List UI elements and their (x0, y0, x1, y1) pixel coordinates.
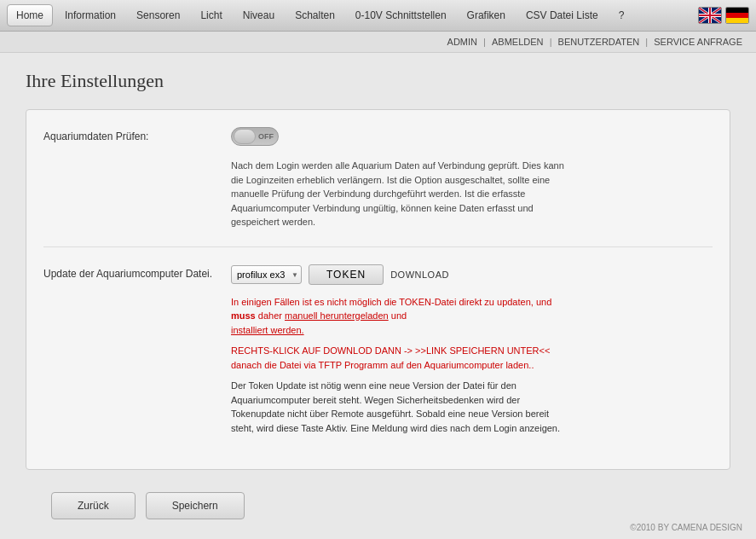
token-button[interactable]: TOKEN (309, 264, 384, 285)
back-button[interactable]: Zurück (51, 492, 136, 519)
separator3: | (645, 37, 650, 47)
warning-underline2: installiert werden. (231, 325, 304, 335)
nav-item-sensoren[interactable]: Sensoren (128, 5, 188, 26)
main-content: Ihre Einstellungen Aquariumdaten Prüfen:… (0, 53, 756, 539)
toggle-knob (234, 129, 256, 144)
nav-item-grafiken[interactable]: Grafiken (459, 5, 514, 26)
nav-item-licht[interactable]: Licht (192, 5, 230, 26)
device-select-wrapper: profilux ex3 profilux 3 profilux 4 (231, 265, 302, 284)
save-button[interactable]: Speichern (146, 492, 245, 519)
update-control: profilux ex3 profilux 3 profilux 4 TOKEN… (231, 264, 713, 436)
toggle-container: OFF (231, 127, 713, 148)
service-link[interactable]: SERVICE ANFRAGE (654, 37, 742, 47)
update-label: Update der Aquariumcomputer Datei. (43, 264, 231, 280)
nav-bar: Home Information Sensoren Licht Niveau S… (0, 0, 756, 32)
content-area: ADMIN | ABMELDEN | BENUTZERDATEN | SERVI… (0, 32, 756, 539)
benutzerdaten-link[interactable]: BENUTZERDATEN (558, 37, 640, 47)
nav-item-information[interactable]: Information (56, 5, 124, 26)
warning-bold: muss (231, 310, 256, 321)
aquarium-check-control: OFF Nach dem Login werden alle Aquarium … (231, 127, 713, 229)
download-button[interactable]: DOWNLOAD (390, 270, 449, 280)
nav-item-home[interactable]: Home (7, 4, 53, 26)
flag-group (698, 7, 749, 24)
settings-panel: Aquariumdaten Prüfen: OFF Nach dem Login… (26, 109, 730, 470)
aquarium-check-description: Nach dem Login werden alle Aquarium Date… (231, 159, 572, 229)
warning-underline1: manuell heruntergeladen (285, 310, 389, 321)
top-right-bar: ADMIN | ABMELDEN | BENUTZERDATEN | SERVI… (0, 32, 756, 53)
warning-text-2: RECHTS-KLICK AUF DOWNLOD DANN -> >>LINK … (231, 344, 572, 372)
abmelden-link[interactable]: ABMELDEN (492, 37, 544, 47)
nav-item-csv[interactable]: CSV Datei Liste (517, 5, 607, 26)
aquarium-check-toggle[interactable]: OFF (231, 127, 279, 146)
warning-prefix: In einigen Fällen ist es nicht möglich d… (231, 297, 551, 307)
aquarium-check-row: Aquariumdaten Prüfen: OFF Nach dem Login… (43, 127, 713, 229)
device-select[interactable]: profilux ex3 profilux 3 profilux 4 (231, 265, 302, 284)
warning-text-1: In einigen Fällen ist es nicht möglich d… (231, 295, 572, 338)
update-controls: profilux ex3 profilux 3 profilux 4 TOKEN… (231, 264, 713, 285)
svg-rect-8 (699, 14, 721, 16)
nav-item-schalten[interactable]: Schalten (286, 5, 343, 26)
warning-suffix: daher (256, 310, 285, 321)
warning-and: und (389, 310, 407, 321)
separator1: | (483, 37, 488, 47)
aquarium-check-label: Aquariumdaten Prüfen: (43, 127, 231, 142)
nav-item-help[interactable]: ? (610, 5, 633, 26)
update-row: Update der Aquariumcomputer Datei. profi… (43, 264, 713, 436)
separator2: | (550, 37, 555, 47)
nav-item-schnittstellen[interactable]: 0-10V Schnittstellen (347, 5, 455, 26)
toggle-label: OFF (258, 132, 274, 141)
page-title: Ihre Einstellungen (26, 70, 730, 92)
footer: ©2010 BY CAMENA DESIGN (616, 516, 756, 539)
flag-uk-button[interactable] (698, 7, 722, 24)
admin-label: ADMIN (447, 37, 477, 47)
flag-de-button[interactable] (725, 7, 749, 24)
nav-item-niveau[interactable]: Niveau (234, 5, 283, 26)
info-text: Der Token Update ist nötig wenn eine neu… (231, 379, 572, 435)
setting-divider (43, 246, 713, 247)
